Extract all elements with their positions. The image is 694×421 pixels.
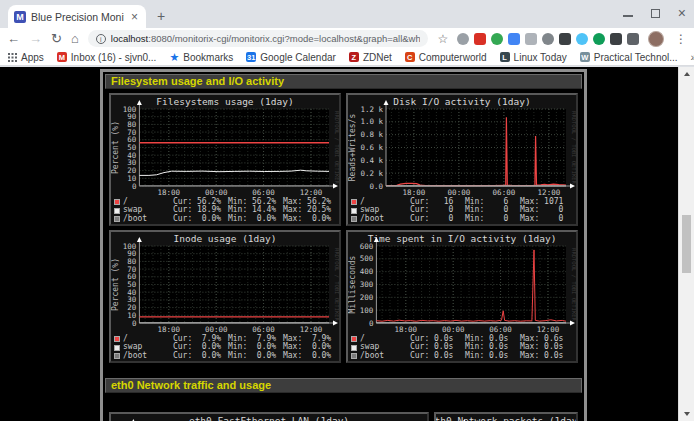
- legend-max: Max: 0: [520, 215, 575, 223]
- legend-swatch: [114, 345, 120, 351]
- legend-cur: Cur: 0.0%: [173, 215, 228, 223]
- playlist-icon[interactable]: [627, 33, 639, 45]
- net-packets-plot: eth0 Network packets (1day)Packets/s1.0: [436, 414, 576, 421]
- legend-cur: Cur: 0.0s: [410, 352, 465, 360]
- close-window-button[interactable]: ×: [678, 8, 686, 18]
- reload-icon[interactable]: ↻: [51, 30, 62, 48]
- browser-window: M Blue Precision Monitorix × + × ← → ↻ ⌂…: [0, 0, 694, 421]
- y-tick-label: 80: [127, 120, 137, 129]
- graph-row-1: Filesystems usage (1day)Percent (%)01020…: [103, 89, 584, 226]
- y-tick-label: 200: [360, 293, 374, 302]
- bookmark-favicon-icon: L: [500, 52, 510, 62]
- forward-icon[interactable]: →: [29, 30, 42, 48]
- card-icon[interactable]: [525, 33, 537, 45]
- tab-close-icon[interactable]: ×: [129, 10, 140, 24]
- chart-title: eth0 Network packets (1day): [436, 415, 576, 421]
- bookmark-item[interactable]: 31Google Calendar: [246, 51, 336, 64]
- y-axis-label: Percent (%): [111, 121, 120, 174]
- browser-menu-icon[interactable]: ⋮: [673, 32, 687, 46]
- bookmark-label: Inbox (16) - sjvn0...: [71, 52, 157, 63]
- monitorix-page: Filesystem usage and I/O activity Filesy…: [100, 69, 587, 421]
- search-icon[interactable]: [457, 33, 469, 45]
- bookmark-favicon-icon: C: [405, 52, 415, 62]
- graph-eth0-packets[interactable]: eth0 Network packets (1day)Packets/s1.0: [434, 412, 578, 421]
- legend-swatch: [114, 353, 120, 359]
- address-bar[interactable]: i localhost:8080/monitorix-cgi/monitorix…: [88, 30, 429, 47]
- graph-row-3: eth0 FastEthernet LAN (1day)1.00.9 eth0 …: [103, 408, 584, 421]
- new-tab-button[interactable]: +: [152, 7, 170, 25]
- scroll-down-arrow[interactable]: [679, 407, 694, 421]
- y-tick-label: 100: [360, 306, 374, 315]
- legend-swatch: [351, 345, 357, 351]
- bookmark-item[interactable]: CComputerworld: [405, 51, 487, 64]
- legend-swatch: [351, 353, 357, 359]
- legend-row: /bootCur: 0.0sMin: 0.0sMax: 0.0s: [351, 352, 575, 360]
- bookmark-item[interactable]: ZZDNet: [349, 51, 392, 64]
- bookmark-item[interactable]: WPractical Technol...: [580, 51, 678, 64]
- info-icon[interactable]: i: [96, 34, 106, 44]
- x-tick-label: 18:00: [403, 188, 426, 197]
- y-tick-label: 20: [127, 166, 137, 175]
- y-tick-label: 10: [127, 311, 137, 320]
- graph-io-time[interactable]: Time spent in I/O activity (1day)Millise…: [346, 230, 578, 363]
- legend-max: Max: 0.0s: [520, 352, 575, 360]
- green-circle-icon[interactable]: [593, 33, 605, 45]
- copy-icon[interactable]: [508, 33, 520, 45]
- legend-max: Max: 0.0%: [283, 352, 338, 360]
- vertical-scrollbar[interactable]: [678, 67, 694, 421]
- maximize-button[interactable]: [651, 9, 660, 18]
- bookmark-item[interactable]: MInbox (16) - sjvn0...: [57, 51, 157, 64]
- screenshot-icon[interactable]: [559, 33, 571, 45]
- profile-avatar[interactable]: [648, 31, 664, 47]
- rrdtool-watermark: RRDTOOL / TOBI OETIKER: [334, 111, 339, 185]
- bookmark-star-icon[interactable]: ☆: [437, 32, 448, 46]
- bookmarks-bar: Apps MInbox (16) - sjvn0...★Bookmarks31G…: [0, 49, 694, 66]
- bookmarks-overflow-chevron[interactable]: »: [691, 51, 694, 63]
- graph-eth0-lan[interactable]: eth0 FastEthernet LAN (1day)1.00.9: [109, 412, 429, 421]
- io-time-plot: Time spent in I/O activity (1day)Millise…: [348, 232, 576, 335]
- y-tick-label: 400: [360, 267, 374, 276]
- y-tick-label: 30: [127, 158, 137, 167]
- home-icon[interactable]: ⌂: [71, 30, 79, 48]
- x-tick-label: 00:00: [448, 188, 471, 197]
- pin-icon[interactable]: [610, 33, 622, 45]
- chat-icon[interactable]: [576, 33, 588, 45]
- url-rest: :8080/monitorix-cgi/monitorix.cgi?mode=l…: [148, 33, 420, 44]
- scroll-up-arrow[interactable]: [679, 67, 694, 81]
- minimize-button[interactable]: [623, 15, 633, 17]
- back-icon[interactable]: ←: [7, 30, 20, 48]
- page-viewport: Filesystem usage and I/O activity Filesy…: [0, 67, 694, 421]
- y-tick-label: 90: [127, 112, 137, 121]
- extension-icons: [457, 33, 639, 45]
- apps-shortcut[interactable]: Apps: [8, 52, 44, 63]
- y-tick-label: 300: [360, 280, 374, 289]
- x-axis-arrow-icon: [333, 184, 338, 189]
- graph-inode-usage[interactable]: Inode usage (1day)Percent (%)01020304050…: [109, 230, 341, 363]
- bookmark-item[interactable]: LLinux Today: [500, 51, 567, 64]
- y-tick-label: 1.2 k: [360, 105, 383, 114]
- chart-title: eth0 FastEthernet LAN (1day): [189, 415, 349, 421]
- rrdtool-watermark: RRDTOOL / TOBI OETIKER: [571, 248, 576, 322]
- globe-icon[interactable]: [491, 33, 503, 45]
- scrollbar-thumb[interactable]: [682, 215, 691, 273]
- browser-tab[interactable]: M Blue Precision Monitorix ×: [8, 5, 146, 28]
- y-tick-label: 50: [127, 280, 137, 289]
- graph-filesystems-usage[interactable]: Filesystems usage (1day)Percent (%)01020…: [109, 93, 341, 226]
- y-tick-label: 600: [360, 242, 374, 251]
- graph-disk-io[interactable]: Disk I/O activity (1day)Reads+Writes/s0.…: [346, 93, 578, 226]
- bookmark-label: ZDNet: [363, 52, 392, 63]
- bookmark-label: Practical Technol...: [594, 52, 678, 63]
- bookmark-favicon-icon: 31: [246, 52, 256, 62]
- y-tick-label: 60: [127, 272, 137, 281]
- y-tick-label: 30: [127, 295, 137, 304]
- y-tick-label: 0: [132, 182, 137, 191]
- y-tick-label: 1.0 k: [360, 117, 383, 126]
- y-tick-label: 40: [127, 288, 137, 297]
- x-tick-label: 06:00: [252, 325, 275, 334]
- bookmark-item[interactable]: ★Bookmarks: [169, 51, 233, 64]
- legend-row: /bootCur: 0.0%Min: 0.0%Max: 0.0%: [114, 215, 338, 223]
- y-tick-label: 70: [127, 265, 137, 274]
- monitorix-favicon-icon: M: [14, 11, 26, 23]
- mail-icon[interactable]: [474, 33, 486, 45]
- eye-icon[interactable]: [542, 33, 554, 45]
